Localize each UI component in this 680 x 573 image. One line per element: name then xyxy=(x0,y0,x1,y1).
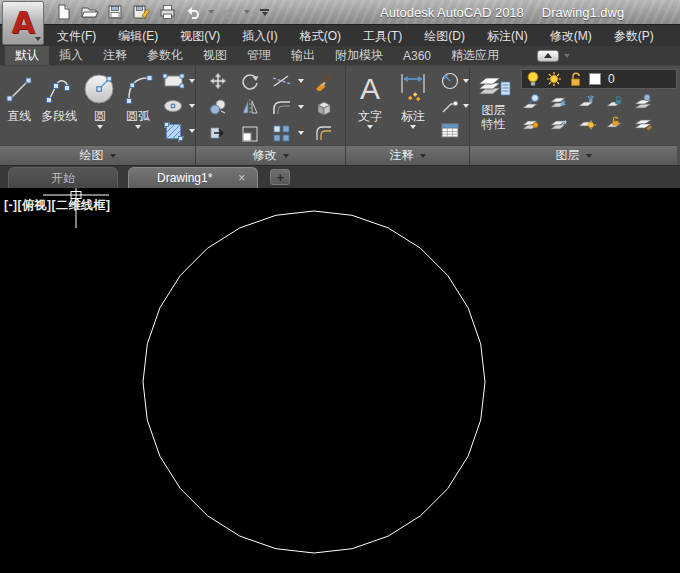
menu-dimension[interactable]: 标注(N) xyxy=(476,25,539,47)
circle-button[interactable]: 圆 xyxy=(82,66,118,145)
modify-panel: 修改 xyxy=(196,66,346,165)
polyline-button[interactable]: 多段线 xyxy=(37,66,82,145)
viewport-controls-label[interactable]: [-][俯视][二维线框] xyxy=(4,197,110,214)
layer-lock-button[interactable] xyxy=(605,93,625,111)
ribbon-tab-addins[interactable]: 附加模块 xyxy=(325,46,393,65)
redo-dropdown-icon[interactable] xyxy=(244,10,250,14)
array-dropdown-icon[interactable] xyxy=(298,131,304,135)
draw-panel-footer[interactable]: 绘图 xyxy=(0,145,195,165)
fillet-button[interactable] xyxy=(266,99,298,115)
customize-qat-button[interactable] xyxy=(260,9,269,16)
menu-modify[interactable]: 修改(M) xyxy=(539,25,603,47)
table-button[interactable] xyxy=(440,120,469,142)
rectangle-button[interactable] xyxy=(162,70,195,92)
mirror-icon xyxy=(240,98,260,116)
text-button[interactable]: A 文字 xyxy=(350,66,390,145)
plot-button[interactable] xyxy=(156,2,178,22)
circle-dropdown-icon[interactable] xyxy=(97,125,103,129)
ribbon-minimize-dropdown-icon[interactable] xyxy=(564,54,570,58)
modify-panel-footer[interactable]: 修改 xyxy=(196,145,345,165)
layer-unisolate-button[interactable] xyxy=(521,114,541,132)
ellipse-button[interactable] xyxy=(162,95,195,117)
redo-button[interactable] xyxy=(218,2,240,22)
layer-off-button[interactable] xyxy=(577,93,597,111)
radius-dimension-button[interactable] xyxy=(440,70,469,92)
menu-file[interactable]: 文件(F) xyxy=(46,25,107,47)
menu-view[interactable]: 视图(V) xyxy=(169,25,231,47)
ribbon-collapse-controls xyxy=(537,46,570,65)
menu-edit[interactable]: 编辑(E) xyxy=(107,25,169,47)
trim-button[interactable] xyxy=(266,73,298,89)
array-button[interactable] xyxy=(266,124,298,142)
rectangle-dropdown-icon[interactable] xyxy=(189,79,195,83)
drawing-canvas[interactable]: [-][俯视][二维线框] xyxy=(0,188,680,573)
layer-freeze-button[interactable] xyxy=(549,93,569,111)
layer-make-current-button[interactable] xyxy=(549,114,569,132)
ribbon-tab-featured-apps[interactable]: 精选应用 xyxy=(441,46,509,65)
layer-select-combo[interactable]: 0 xyxy=(521,69,677,89)
ribbon-tab-annotate[interactable]: 注释 xyxy=(93,46,137,65)
close-tab-icon[interactable]: × xyxy=(238,172,245,184)
new-file-button[interactable] xyxy=(52,2,74,22)
arc-dropdown-icon[interactable] xyxy=(135,125,141,129)
stretch-button[interactable] xyxy=(202,124,234,142)
hatch-button[interactable] xyxy=(162,120,195,142)
start-tab[interactable]: 开始 xyxy=(8,167,118,188)
ribbon-tab-output[interactable]: 输出 xyxy=(281,46,325,65)
leader-button[interactable] xyxy=(440,95,469,117)
fillet-dropdown-icon[interactable] xyxy=(298,105,304,109)
menu-format[interactable]: 格式(O) xyxy=(289,25,352,47)
open-file-button[interactable] xyxy=(78,2,100,22)
dimension-dropdown-icon[interactable] xyxy=(410,125,416,129)
scale-button[interactable] xyxy=(234,124,266,142)
trim-dropdown-icon[interactable] xyxy=(298,79,304,83)
ellipse-dropdown-icon[interactable] xyxy=(189,104,195,108)
match-properties-button[interactable] xyxy=(308,71,340,91)
dimension-button[interactable]: 标注 xyxy=(390,66,436,145)
undo-button[interactable] xyxy=(182,2,204,22)
save-as-button[interactable] xyxy=(130,2,152,22)
save-button[interactable] xyxy=(104,2,126,22)
copy-button[interactable] xyxy=(202,98,234,116)
layers-panel: 图层 特性 xyxy=(470,66,677,165)
leader-icon xyxy=(440,97,460,115)
text-icon: A xyxy=(360,69,380,109)
explode-button[interactable] xyxy=(308,97,340,117)
drawing1-tab[interactable]: Drawing1* × xyxy=(128,167,258,188)
mirror-button[interactable] xyxy=(234,98,266,116)
ribbon-tab-parametric[interactable]: 参数化 xyxy=(137,46,193,65)
radius-dropdown-icon[interactable] xyxy=(463,79,469,83)
application-menu-button[interactable]: A xyxy=(2,1,44,45)
scale-icon xyxy=(240,124,260,142)
new-drawing-tab-button[interactable]: + xyxy=(270,169,290,185)
layer-match-button[interactable] xyxy=(633,114,653,132)
ribbon-tab-insert[interactable]: 插入 xyxy=(49,46,93,65)
menu-tools[interactable]: 工具(T) xyxy=(352,25,413,47)
rotate-button[interactable] xyxy=(234,71,266,91)
layers-panel-footer[interactable]: 图层 xyxy=(470,145,677,165)
hatch-dropdown-icon[interactable] xyxy=(189,129,195,133)
offset-button[interactable] xyxy=(308,124,340,142)
ribbon-tab-a360[interactable]: A360 xyxy=(393,46,441,65)
drawn-circle[interactable] xyxy=(143,211,485,553)
arc-button[interactable]: 圆弧 xyxy=(118,66,158,145)
layer-settings-button[interactable] xyxy=(633,93,653,111)
ribbon-tab-home[interactable]: 默认 xyxy=(5,46,49,65)
text-dropdown-icon[interactable] xyxy=(367,125,373,129)
move-button[interactable] xyxy=(202,71,234,91)
annotation-panel-footer[interactable]: 注释 xyxy=(346,145,469,165)
layer-thaw-all-button[interactable] xyxy=(577,114,597,132)
line-button[interactable]: 直线 xyxy=(2,66,37,145)
draw-panel: 直线 多段线 xyxy=(0,66,196,165)
layer-isolate-button[interactable] xyxy=(521,93,541,111)
ribbon-minimize-button[interactable] xyxy=(537,50,559,62)
layer-unlock-all-button[interactable] xyxy=(605,114,625,132)
menu-draw[interactable]: 绘图(D) xyxy=(413,25,476,47)
layer-properties-button[interactable]: 图层 特性 xyxy=(474,66,513,145)
ribbon-tab-view[interactable]: 视图 xyxy=(193,46,237,65)
menu-insert[interactable]: 插入(I) xyxy=(231,25,288,47)
undo-dropdown-icon[interactable] xyxy=(208,10,214,14)
ribbon-tab-manage[interactable]: 管理 xyxy=(237,46,281,65)
leader-dropdown-icon[interactable] xyxy=(463,104,469,108)
menu-parametric[interactable]: 参数(P) xyxy=(603,25,665,47)
